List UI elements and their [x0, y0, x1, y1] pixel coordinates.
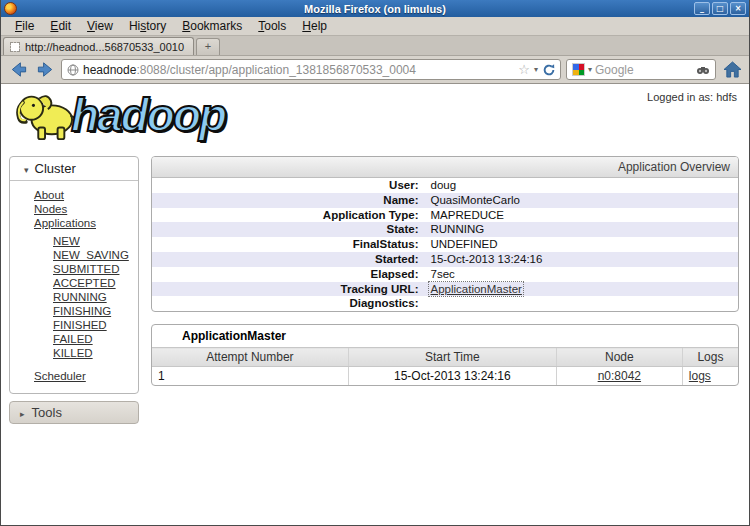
menu-file[interactable]: File — [7, 18, 42, 34]
firefox-icon — [4, 2, 17, 15]
sidebar-item-applications[interactable]: Applications — [10, 216, 134, 230]
sidebar-item-accepted[interactable]: ACCEPTED — [10, 276, 134, 290]
minimize-button[interactable]: _ — [694, 2, 710, 15]
sidebar-item-submitted[interactable]: SUBMITTED — [10, 262, 134, 276]
tab-bar: http://headnod...56870533_0010 + — [1, 36, 749, 56]
application-overview-panel: Application Overview User:doug Name:Quas… — [151, 156, 739, 312]
overview-row-name: Name:QuasiMonteCarlo — [152, 193, 738, 208]
home-icon — [723, 61, 742, 78]
overview-row-finalstatus: FinalStatus:UNDEFINED — [152, 237, 738, 252]
url-text: headnode:8088/cluster/app/application_13… — [83, 63, 514, 77]
window-titlebar[interactable]: Mozilla Firefox (on limulus) _ □ × — [1, 0, 749, 17]
url-bar[interactable]: headnode:8088/cluster/app/application_13… — [61, 59, 561, 80]
menu-history[interactable]: History — [121, 18, 174, 34]
panel-title: Application Overview — [152, 157, 738, 178]
logged-in-status: Logged in as: hdfs — [647, 91, 737, 103]
sidebar-item-failed[interactable]: FAILED — [10, 332, 134, 346]
chevron-down-icon: ▾ — [24, 165, 29, 175]
overview-row-elapsed: Elapsed:7sec — [152, 267, 738, 282]
sidebar-item-new-saving[interactable]: NEW_SAVING — [10, 248, 134, 262]
firefox-window: Mozilla Firefox (on limulus) _ □ × File … — [0, 0, 750, 526]
attempts-table-title: ApplicationMaster — [152, 325, 738, 347]
cluster-links: About Nodes Applications NEW NEW_SAVING … — [10, 181, 138, 393]
hadoop-logo-text: hadoop — [71, 87, 225, 143]
application-master-link[interactable]: ApplicationMaster — [430, 283, 521, 295]
forward-button[interactable] — [34, 59, 56, 81]
attempts-table: Attempt Number Start Time Node Logs 1 15… — [152, 347, 738, 385]
overview-row-diagnostics: Diagnostics: — [152, 296, 738, 311]
cell-start-time: 15-Oct-2013 13:24:16 — [348, 367, 556, 386]
application-master-panel: ApplicationMaster Attempt Number Start T… — [151, 324, 739, 386]
navigation-toolbar: headnode:8088/cluster/app/application_13… — [1, 56, 749, 84]
overview-row-started: Started:15-Oct-2013 13:24:16 — [152, 252, 738, 267]
forward-arrow-icon — [36, 60, 55, 79]
menu-bookmarks[interactable]: Bookmarks — [174, 18, 250, 34]
body-row: ▾Cluster About Nodes Applications NEW NE… — [1, 148, 749, 424]
sidebar-item-running[interactable]: RUNNING — [10, 290, 134, 304]
sidebar-item-about[interactable]: About — [10, 188, 134, 202]
menu-bar: File Edit View History Bookmarks Tools H… — [1, 17, 749, 36]
bookmark-star-icon[interactable]: ☆ — [518, 63, 530, 76]
menu-edit[interactable]: Edit — [42, 18, 79, 34]
search-bar[interactable]: ▾ — [566, 59, 716, 80]
page-favicon-icon — [10, 42, 20, 52]
sidebar-item-finishing[interactable]: FINISHING — [10, 304, 134, 318]
overview-row-apptype: Application Type:MAPREDUCE — [152, 208, 738, 223]
attempts-header-row: Attempt Number Start Time Node Logs — [152, 348, 738, 367]
sidebar-item-finished[interactable]: FINISHED — [10, 318, 134, 332]
window-title: Mozilla Firefox (on limulus) — [1, 3, 749, 15]
back-button[interactable] — [7, 59, 29, 81]
tools-section-header[interactable]: ▸Tools — [9, 401, 139, 424]
sidebar-item-nodes[interactable]: Nodes — [10, 202, 134, 216]
url-dropdown-icon[interactable]: ▾ — [534, 65, 538, 74]
overview-row-state: State:RUNNING — [152, 222, 738, 237]
col-attempt-number[interactable]: Attempt Number — [152, 348, 348, 367]
col-node[interactable]: Node — [556, 348, 682, 367]
overview-row-tracking-url: Tracking URL:ApplicationMaster — [152, 282, 738, 297]
hadoop-logo: hadoop — [15, 87, 225, 143]
page-header: hadoop Logged in as: hdfs — [1, 84, 749, 148]
restore-button[interactable]: □ — [712, 2, 728, 15]
sidebar: ▾Cluster About Nodes Applications NEW NE… — [9, 156, 139, 424]
back-arrow-icon — [9, 60, 28, 79]
search-input[interactable] — [595, 63, 693, 77]
cluster-nav-box: ▾Cluster About Nodes Applications NEW NE… — [9, 156, 139, 394]
col-start-time[interactable]: Start Time — [348, 348, 556, 367]
overview-rows: User:doug Name:QuasiMonteCarlo Applicati… — [152, 178, 738, 311]
cell-logs: logs — [682, 367, 738, 386]
col-logs[interactable]: Logs — [682, 348, 738, 367]
tab-title: http://headnod...56870533_0010 — [25, 41, 184, 53]
sidebar-item-scheduler[interactable]: Scheduler — [10, 369, 134, 383]
menu-help[interactable]: Help — [294, 18, 335, 34]
chevron-right-icon: ▸ — [20, 409, 25, 419]
menu-tools[interactable]: Tools — [250, 18, 294, 34]
reload-icon[interactable] — [542, 63, 556, 77]
overview-row-user: User:doug — [152, 178, 738, 193]
new-tab-button[interactable]: + — [196, 38, 220, 55]
home-button[interactable] — [721, 59, 743, 81]
search-go-icon[interactable] — [696, 64, 710, 76]
cell-attempt-number: 1 — [152, 367, 348, 386]
sidebar-item-killed[interactable]: KILLED — [10, 346, 134, 360]
close-button[interactable]: × — [730, 2, 746, 15]
logs-link[interactable]: logs — [689, 369, 711, 383]
page-content: hadoop Logged in as: hdfs ▾Cluster About… — [1, 84, 749, 525]
cell-node: n0:8042 — [556, 367, 682, 386]
engine-dropdown-icon[interactable]: ▾ — [588, 65, 592, 74]
table-row: 1 15-Oct-2013 13:24:16 n0:8042 logs — [152, 367, 738, 386]
menu-view[interactable]: View — [79, 18, 121, 34]
tab-current[interactable]: http://headnod...56870533_0010 — [3, 37, 194, 55]
node-link[interactable]: n0:8042 — [598, 369, 641, 383]
sidebar-item-new[interactable]: NEW — [10, 234, 134, 248]
hadoop-elephant-icon — [15, 87, 77, 143]
google-engine-icon[interactable] — [572, 63, 585, 76]
site-globe-icon — [67, 64, 79, 76]
cluster-section-header[interactable]: ▾Cluster — [10, 157, 138, 181]
main-area: Application Overview User:doug Name:Quas… — [151, 156, 739, 386]
